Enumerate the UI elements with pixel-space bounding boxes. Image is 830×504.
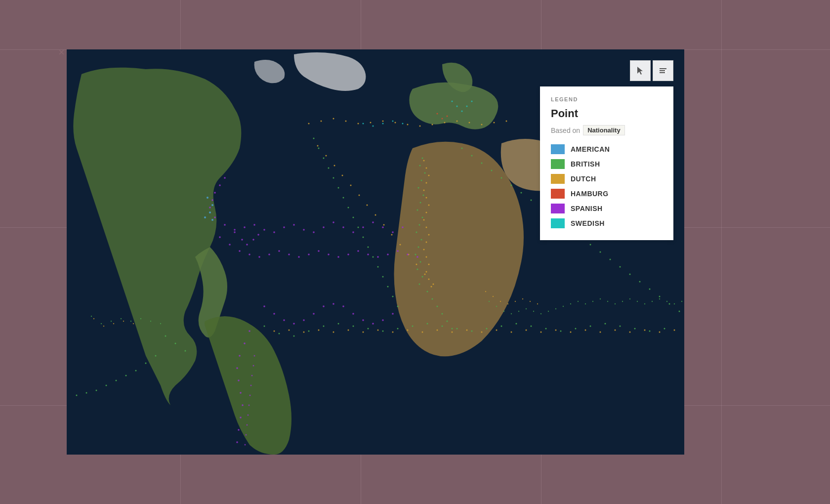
svg-point-328 [250, 385, 252, 386]
layers-tool-button[interactable] [653, 60, 673, 81]
svg-point-36 [368, 247, 369, 248]
svg-point-233 [342, 305, 344, 307]
svg-point-106 [317, 145, 319, 147]
svg-point-149 [432, 124, 433, 126]
svg-point-217 [347, 253, 349, 255]
cursor-tool-button[interactable] [630, 60, 651, 81]
map-container: LEGEND Point Based on Nationality AMERIC… [67, 49, 684, 455]
svg-point-79 [106, 385, 107, 386]
svg-point-277 [91, 316, 92, 317]
svg-point-136 [426, 271, 427, 273]
svg-point-215 [328, 253, 330, 255]
svg-point-196 [332, 221, 334, 223]
svg-point-87 [501, 177, 502, 179]
svg-point-41 [392, 296, 394, 297]
svg-point-49 [353, 326, 354, 327]
svg-point-115 [391, 234, 393, 236]
svg-point-203 [402, 226, 404, 228]
svg-point-134 [426, 256, 427, 258]
svg-point-19 [427, 291, 428, 293]
svg-point-172 [511, 332, 512, 333]
svg-point-299 [592, 301, 593, 302]
svg-point-88 [511, 185, 512, 186]
svg-point-262 [466, 106, 468, 107]
svg-point-137 [428, 279, 430, 280]
svg-point-264 [363, 123, 364, 125]
svg-point-11 [416, 232, 417, 233]
svg-point-252 [219, 184, 221, 186]
svg-point-77 [125, 375, 127, 377]
svg-point-218 [357, 250, 359, 252]
svg-point-150 [444, 122, 446, 124]
svg-point-18 [419, 284, 420, 285]
svg-point-286 [496, 306, 497, 307]
svg-point-62 [545, 328, 547, 330]
svg-point-64 [575, 328, 577, 330]
svg-point-108 [334, 165, 335, 167]
svg-point-208 [258, 256, 260, 258]
svg-point-323 [530, 301, 531, 302]
svg-point-155 [506, 121, 507, 122]
svg-point-58 [486, 328, 488, 330]
svg-point-168 [452, 332, 453, 333]
svg-point-86 [491, 170, 493, 171]
svg-rect-338 [665, 70, 666, 71]
svg-point-159 [318, 330, 320, 331]
svg-point-105 [679, 311, 680, 312]
svg-point-287 [503, 311, 504, 312]
svg-point-147 [407, 124, 409, 126]
svg-point-135 [428, 264, 430, 265]
svg-point-20 [432, 298, 433, 300]
svg-point-24 [452, 328, 453, 330]
legend-item-label: SPANISH [571, 205, 603, 212]
legend-item-label: AMERICAN [571, 145, 610, 153]
svg-point-171 [496, 330, 498, 331]
legend-item: BRITISH [551, 159, 663, 169]
svg-point-260 [456, 106, 458, 107]
svg-point-67 [620, 326, 621, 327]
svg-point-221 [387, 253, 389, 255]
close-button[interactable]: × [58, 47, 65, 58]
svg-point-123 [428, 175, 430, 176]
svg-point-40 [387, 286, 389, 288]
svg-point-50 [368, 328, 369, 330]
legend-color-swatch [551, 144, 565, 154]
svg-point-224 [416, 256, 418, 258]
svg-point-80 [96, 390, 97, 391]
svg-point-193 [303, 229, 305, 231]
svg-point-319 [500, 301, 501, 302]
svg-point-22 [442, 313, 443, 315]
svg-point-56 [456, 328, 458, 330]
svg-point-278 [101, 323, 102, 324]
svg-point-164 [392, 332, 394, 333]
svg-point-318 [493, 296, 494, 297]
svg-point-132 [426, 242, 427, 243]
svg-point-66 [605, 323, 606, 325]
svg-point-225 [263, 305, 265, 307]
svg-point-329 [249, 395, 251, 396]
svg-point-157 [289, 330, 290, 331]
svg-point-133 [423, 249, 425, 251]
legend-item-label: SWEDISH [571, 219, 605, 227]
svg-point-272 [204, 216, 206, 218]
svg-point-301 [607, 301, 608, 302]
svg-point-296 [570, 303, 571, 304]
svg-point-219 [367, 253, 369, 255]
svg-point-28 [328, 168, 330, 169]
svg-point-220 [377, 256, 379, 258]
svg-point-183 [674, 330, 675, 331]
svg-point-268 [402, 123, 404, 125]
svg-point-127 [428, 205, 430, 206]
svg-point-240 [244, 342, 246, 344]
svg-point-214 [318, 250, 320, 252]
svg-point-61 [531, 326, 532, 327]
svg-point-44 [279, 333, 280, 335]
svg-point-267 [392, 121, 394, 122]
svg-point-298 [585, 303, 586, 304]
svg-point-55 [442, 326, 443, 327]
svg-point-265 [373, 126, 374, 127]
svg-point-125 [423, 190, 425, 191]
svg-point-186 [234, 229, 236, 231]
svg-point-334 [245, 444, 246, 446]
svg-point-69 [649, 331, 651, 332]
